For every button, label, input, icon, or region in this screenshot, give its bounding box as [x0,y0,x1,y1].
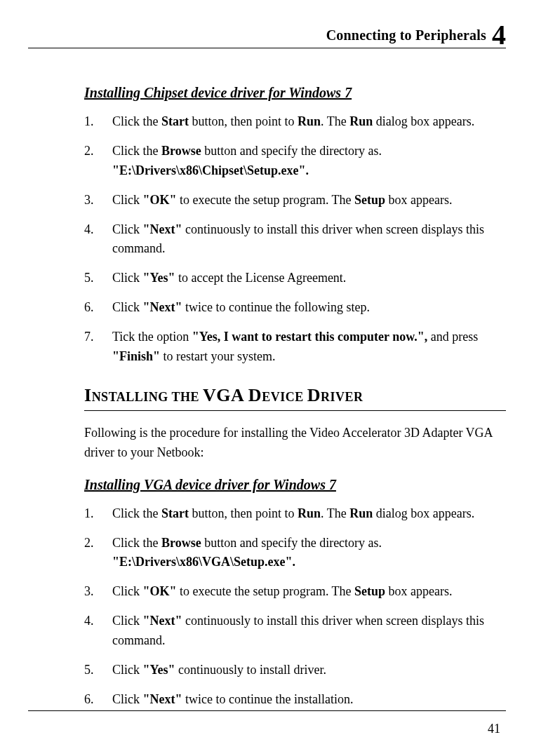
section-vga-heading: INSTALLING THE VGA DEVICE DRIVER [84,385,506,411]
list-item: 4.Click "Next" continuously to install t… [84,612,506,651]
list-item: 4.Click "Next" continuously to install t… [84,220,506,259]
chapter-number: 4 [492,21,506,49]
header-title: Connecting to Peripherals [326,27,486,43]
list-item: 5.Click "Yes" continuously to install dr… [84,661,506,680]
list-item: 7.Tick the option "Yes, I want to restar… [84,328,506,367]
page-header: Connecting to Peripherals 4 [28,17,506,48]
list-item: 2.Click the Browse button and specify th… [84,142,506,181]
chipset-steps-list: 1.Click the Start button, then point to … [84,112,506,367]
vga-intro-paragraph: Following is the procedure for installin… [84,424,506,463]
footer-rule [28,710,506,711]
vga-steps-list: 1.Click the Start button, then point to … [84,504,506,710]
list-item: 6.Click "Next" twice to continue the fol… [84,298,506,318]
list-item: 2.Click the Browse button and specify th… [84,534,506,573]
list-item: 1.Click the Start button, then point to … [84,504,506,524]
content-area: Installing Chipset device driver for Win… [28,85,506,710]
list-item: 5.Click "Yes" to accept the License Agre… [84,269,506,288]
list-item: 3.Click "OK" to execute the setup progra… [84,191,506,210]
page-number: 41 [488,722,500,736]
page: Connecting to Peripherals 4 Installing C… [0,0,534,756]
list-item: 3.Click "OK" to execute the setup progra… [84,582,506,602]
subsection-vga-title: Installing VGA device driver for Windows… [84,477,506,493]
subsection-chipset-title: Installing Chipset device driver for Win… [84,85,506,101]
list-item: 6.Click "Next" twice to continue the ins… [84,690,506,710]
list-item: 1.Click the Start button, then point to … [84,112,506,132]
